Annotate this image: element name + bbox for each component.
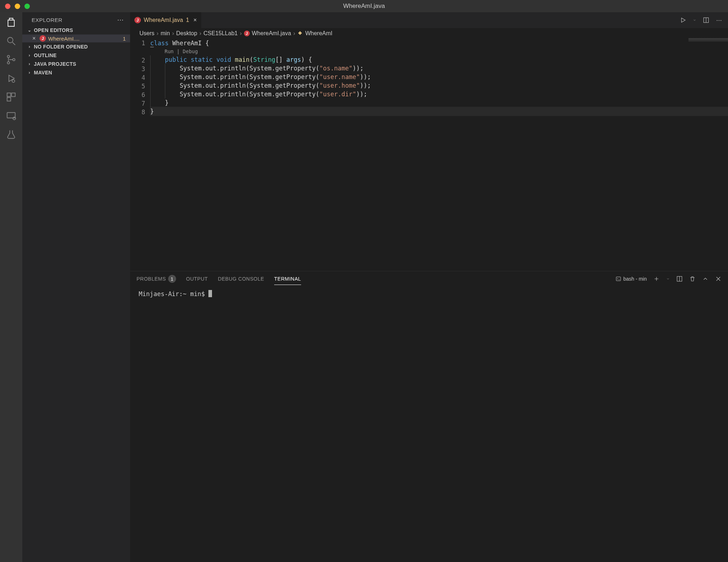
tab-close-icon[interactable]: × — [193, 17, 197, 23]
close-panel-icon[interactable] — [715, 276, 722, 282]
open-editors-section[interactable]: ⌄ OPEN EDITORS — [22, 26, 130, 34]
split-editor-icon[interactable] — [703, 17, 709, 23]
chevron-right-icon: › — [27, 44, 32, 49]
svg-rect-11 — [616, 277, 621, 281]
java-file-icon: J — [134, 17, 141, 23]
chevron-right-icon: › — [27, 61, 32, 66]
terminal-profile[interactable]: bash - min — [616, 276, 647, 282]
open-editor-filename: WhereAmI.... — [48, 36, 120, 42]
java-file-icon: J — [40, 35, 46, 42]
kill-terminal-icon[interactable] — [689, 276, 696, 282]
no-folder-section[interactable]: › NO FOLDER OPENED — [22, 42, 130, 51]
chevron-down-icon: ⌄ — [27, 28, 32, 33]
editor-actions: ⋯ — [680, 12, 728, 28]
sidebar: EXPLORER ⋯ ⌄ OPEN EDITORS × J WhereAmI..… — [22, 12, 130, 562]
editor-tabs: J WhereAmI.java 1 × ⋯ — [130, 12, 728, 28]
activity-bar — [0, 12, 22, 562]
svg-point-1 — [7, 55, 9, 57]
terminal-cursor-icon — [208, 290, 212, 297]
maximize-panel-icon[interactable] — [702, 276, 709, 282]
breadcrumb-part[interactable]: Users — [139, 30, 155, 37]
svg-rect-7 — [7, 97, 11, 101]
breadcrumb[interactable]: Users› min› Desktop› CSE15LLab1› J Where… — [130, 28, 728, 38]
code-editor[interactable]: 12345678 class WhereAmI {Run | Debug pub… — [130, 38, 728, 271]
svg-point-2 — [7, 62, 9, 64]
svg-point-9 — [13, 117, 16, 120]
maven-section[interactable]: › MAVEN — [22, 68, 130, 77]
chevron-right-icon: › — [27, 70, 32, 75]
sidebar-actions-icon[interactable]: ⋯ — [117, 16, 124, 24]
terminal-tab[interactable]: TERMINAL — [274, 273, 301, 285]
terminal-dropdown-icon[interactable] — [666, 276, 670, 282]
breadcrumb-part[interactable]: WhereAmI — [305, 30, 332, 37]
breadcrumb-part[interactable]: Desktop — [176, 30, 197, 37]
open-editor-problem-count: 1 — [123, 36, 126, 42]
terminal-body[interactable]: Minjaes-Air:~ min$ — [130, 286, 728, 562]
svg-rect-5 — [7, 93, 11, 97]
titlebar: WhereAmI.java — [0, 0, 728, 12]
panel-tabs: PROBLEMS1 OUTPUT DEBUG CONSOLE TERMINAL … — [130, 271, 728, 286]
breadcrumb-part[interactable]: WhereAmI.java — [252, 30, 291, 37]
outline-section[interactable]: › OUTLINE — [22, 51, 130, 60]
test-icon[interactable] — [5, 129, 17, 140]
java-file-icon: J — [244, 31, 250, 36]
open-editor-item[interactable]: × J WhereAmI.... 1 — [22, 34, 130, 42]
sidebar-header: EXPLORER ⋯ — [22, 12, 130, 26]
problems-count-badge: 1 — [168, 275, 176, 283]
svg-rect-6 — [11, 93, 15, 97]
remote-icon[interactable] — [5, 110, 17, 121]
traffic-lights — [0, 4, 30, 9]
java-projects-section[interactable]: › JAVA PROJECTS — [22, 60, 130, 68]
breadcrumb-part[interactable]: CSE15LLab1 — [203, 30, 238, 37]
extensions-icon[interactable] — [5, 91, 17, 103]
close-editor-icon[interactable]: × — [32, 35, 40, 42]
minimap[interactable] — [688, 38, 728, 42]
search-icon[interactable] — [5, 35, 17, 47]
tab-filename: WhereAmI.java — [144, 17, 183, 23]
window-minimize-icon[interactable] — [15, 4, 20, 9]
panel: PROBLEMS1 OUTPUT DEBUG CONSOLE TERMINAL … — [130, 271, 728, 562]
split-terminal-icon[interactable] — [676, 276, 683, 282]
new-terminal-icon[interactable] — [653, 276, 660, 282]
line-number-gutter: 12345678 — [130, 38, 150, 271]
editor-tab[interactable]: J WhereAmI.java 1 × — [130, 12, 202, 28]
window-title: WhereAmI.java — [0, 3, 728, 10]
window-zoom-icon[interactable] — [24, 4, 30, 9]
editor-group: J WhereAmI.java 1 × ⋯ Users› min› Deskto… — [130, 12, 728, 562]
sidebar-title: EXPLORER — [32, 17, 63, 23]
chevron-right-icon: › — [27, 53, 32, 58]
run-dropdown-icon[interactable] — [693, 17, 696, 23]
svg-point-3 — [13, 59, 15, 61]
more-actions-icon[interactable]: ⋯ — [716, 17, 722, 23]
breadcrumb-part[interactable]: min — [161, 30, 170, 37]
terminal-prompt: Minjaes-Air:~ min$ — [139, 290, 208, 298]
source-control-icon[interactable] — [5, 54, 17, 65]
run-button[interactable] — [680, 17, 686, 23]
explorer-icon[interactable] — [5, 17, 17, 28]
run-debug-icon[interactable] — [5, 73, 17, 84]
svg-point-0 — [8, 37, 13, 43]
output-tab[interactable]: OUTPUT — [186, 273, 208, 285]
tab-problem-count: 1 — [186, 17, 189, 23]
svg-point-4 — [12, 80, 15, 83]
code-content[interactable]: class WhereAmI {Run | Debug public stati… — [150, 38, 728, 271]
problems-tab[interactable]: PROBLEMS1 — [137, 272, 176, 286]
window-close-icon[interactable] — [5, 4, 10, 9]
class-symbol-icon — [297, 30, 303, 37]
debug-console-tab[interactable]: DEBUG CONSOLE — [218, 273, 264, 285]
codelens[interactable]: Run | Debug — [150, 47, 728, 55]
